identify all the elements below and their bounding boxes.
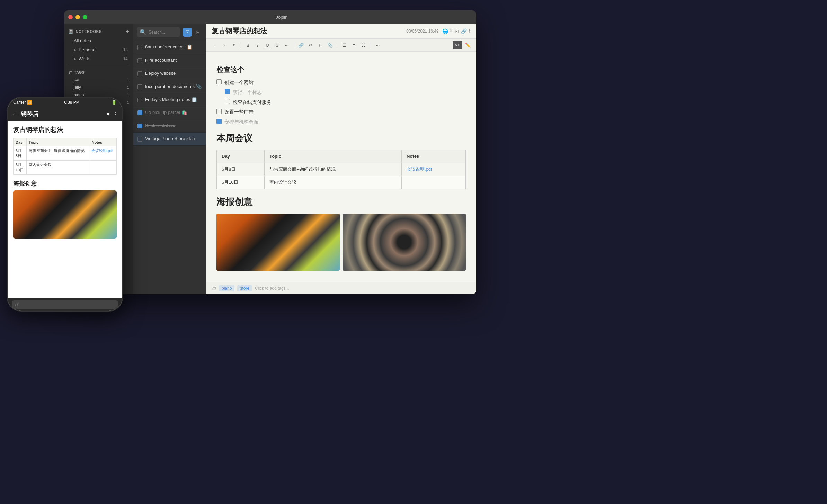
todo-text-2: 设置一些广告 xyxy=(224,108,254,116)
mobile-link[interactable]: 会议说明.pdf xyxy=(91,148,113,153)
note-title: Go pick up parcel 🛍️ xyxy=(145,110,187,116)
note-item-rental[interactable]: Book rental car xyxy=(133,119,206,133)
toolbar-divider-3 xyxy=(337,42,337,48)
desktop-window: Joplin 📓 NOTEBOOKS + All notes ▶ Persona… xyxy=(64,10,476,294)
nav-back-button[interactable]: ‹ xyxy=(210,41,219,49)
link-button[interactable]: 🔗 xyxy=(297,41,305,49)
note-item-deploy[interactable]: Deploy website xyxy=(133,67,206,80)
work-label: Work xyxy=(79,56,89,61)
todo-item-ads: 设置一些广告 xyxy=(216,108,466,116)
tag-chip-piano[interactable]: piano xyxy=(219,285,234,291)
search-input[interactable] xyxy=(149,30,177,35)
attachment-button[interactable]: 📎 xyxy=(326,41,334,49)
mobile-piano-image xyxy=(13,190,117,239)
checklist-button[interactable]: ☷ xyxy=(359,41,368,49)
section-heading-3: 海报创意 xyxy=(216,195,466,209)
mobile-device: Carrier 📶 6:38 PM 🔋 ← 钢琴店 ▼ ⋮ 复古钢琴店的想法 D… xyxy=(7,97,123,312)
tag-item-jelly[interactable]: jelly 1 xyxy=(64,83,133,91)
note-item-piano[interactable]: Vintage Piano Store idea xyxy=(133,133,206,146)
more-options-button[interactable]: ··· xyxy=(374,41,382,49)
all-notes-label: All notes xyxy=(74,38,91,43)
mobile-search-bar[interactable]: se xyxy=(12,300,118,309)
mobile-content: 复古钢琴店的想法 Day Topic Notes 6月 8日 与供应商会面--询… xyxy=(8,121,122,298)
table-row-1: 6月8日 与供应商会面--询问该折扣的情况 会议说明.pdf xyxy=(217,163,466,176)
table-cell-day-2: 6月10日 xyxy=(217,176,265,189)
info-icon[interactable]: ℹ xyxy=(469,28,471,34)
toolbar-divider-1 xyxy=(241,42,241,48)
underline-button[interactable]: U xyxy=(263,41,272,49)
note-item-accountant[interactable]: Hire accountant xyxy=(133,54,206,67)
todo-sub-items: 获得一个标志 检查在线支付服务 xyxy=(225,88,466,106)
vinyl-img-placeholder xyxy=(343,214,466,271)
italic-button[interactable]: I xyxy=(254,41,262,49)
note-title: Deploy website xyxy=(145,71,176,76)
sidebar-item-work[interactable]: ▶ Work 14 xyxy=(65,54,132,63)
mobile-filter-icon[interactable]: ▼ xyxy=(106,111,110,117)
tag-chip-store[interactable]: store xyxy=(237,285,252,291)
toggle-preview-button[interactable]: ✏️ xyxy=(464,41,472,49)
todo-checkbox-2[interactable] xyxy=(216,109,222,114)
table-cell-topic-2: 室内设计会议 xyxy=(265,176,402,189)
note-item-parcel[interactable]: Go pick up parcel 🛍️ xyxy=(133,106,206,119)
mobile-td-topic-2: 室内设计会议 xyxy=(26,161,89,175)
tag-icon-label: 🏷 xyxy=(212,286,216,291)
minimize-button[interactable] xyxy=(75,15,80,19)
external-edit-button[interactable]: ⬆ xyxy=(230,41,238,49)
note-title: 8am conference call 📋 xyxy=(145,44,192,50)
note-checkbox[interactable] xyxy=(137,58,142,63)
note-title: Hire accountant xyxy=(145,57,177,63)
note-item-incorporation[interactable]: Incorporation documents 📎 xyxy=(133,80,206,93)
window-body: 📓 NOTEBOOKS + All notes ▶ Personal 13 ▶ … xyxy=(64,24,476,294)
bullet-list-button[interactable]: ☰ xyxy=(340,41,348,49)
note-checkbox[interactable] xyxy=(137,98,142,102)
add-notebook-button[interactable]: + xyxy=(126,28,129,35)
editor-toolbar: ‹ › ⬆ B I U S ··· 🔗 <> {} 📎 ☰ ≡ ☷ ··· xyxy=(206,39,476,52)
ordered-list-button[interactable]: ≡ xyxy=(350,41,358,49)
code-button[interactable]: <> xyxy=(306,41,315,49)
note-checkbox-checked[interactable] xyxy=(137,124,142,128)
sidebar-item-personal[interactable]: ▶ Personal 13 xyxy=(65,45,132,54)
more-button[interactable]: ··· xyxy=(283,41,291,49)
codeblock-button[interactable]: {} xyxy=(316,41,324,49)
mobile-more-icon[interactable]: ⋮ xyxy=(113,111,118,117)
section-heading-2: 本周会议 xyxy=(216,131,466,146)
sidebar-item-all-notes[interactable]: All notes xyxy=(65,36,132,45)
meeting-notes-link[interactable]: 会议说明.pdf xyxy=(407,166,432,172)
note-items-list: 8am conference call 📋 Hire accountant De… xyxy=(133,41,206,294)
note-item-conference[interactable]: 8am conference call 📋 xyxy=(133,41,206,54)
view-btn-list[interactable]: ☑ xyxy=(183,28,192,37)
note-checkbox[interactable] xyxy=(137,84,142,89)
add-tag-button[interactable]: Click to add tags... xyxy=(255,286,289,291)
todo-checkbox-3[interactable] xyxy=(216,119,222,124)
layout-icon[interactable]: ⊡ xyxy=(455,28,459,34)
todo-checkbox-1[interactable] xyxy=(216,79,222,84)
mobile-table: Day Topic Notes 6月 8日 与供应商会面--询问该折扣的情况 会… xyxy=(13,138,117,175)
todo-checkbox-sub2[interactable] xyxy=(225,99,230,104)
view-btn-grid[interactable]: ⊟ xyxy=(193,28,202,37)
close-button[interactable] xyxy=(68,15,73,19)
todo-checkbox-sub1[interactable] xyxy=(225,89,230,94)
toggle-editor-button[interactable]: MD xyxy=(453,41,462,49)
personal-label: Personal xyxy=(79,47,96,52)
search-box[interactable]: 🔍 xyxy=(137,27,180,37)
note-title: Incorporation documents 📎 xyxy=(145,84,202,90)
mobile-back-button[interactable]: ← xyxy=(12,110,18,118)
bold-button[interactable]: B xyxy=(244,41,252,49)
tag-item-car[interactable]: car 1 xyxy=(64,76,133,83)
mobile-piano-placeholder xyxy=(13,190,117,239)
note-checkbox[interactable] xyxy=(137,137,142,142)
section-check: 检查这个 创建一个网站 获得一个标志 检查在线支付服务 xyxy=(216,64,466,126)
note-checkbox[interactable] xyxy=(137,71,142,76)
nav-forward-button[interactable]: › xyxy=(220,41,228,49)
note-item-meeting[interactable]: Friday's Meeting notes 🗒️ xyxy=(133,93,206,107)
maximize-button[interactable] xyxy=(83,15,87,19)
view-buttons: ☑ ⊟ xyxy=(183,28,202,37)
note-checkbox-checked[interactable] xyxy=(137,110,142,115)
todo-sub-1: 获得一个标志 xyxy=(225,88,466,96)
strikethrough-button[interactable]: S xyxy=(273,41,281,49)
meta-icons: 🌐 fr ⊡ 🔗 ℹ xyxy=(442,28,471,34)
link-icon[interactable]: 🔗 xyxy=(461,28,467,34)
language-icon[interactable]: 🌐 xyxy=(442,28,448,34)
note-checkbox[interactable] xyxy=(137,45,142,50)
window-title: Joplin xyxy=(91,15,472,20)
